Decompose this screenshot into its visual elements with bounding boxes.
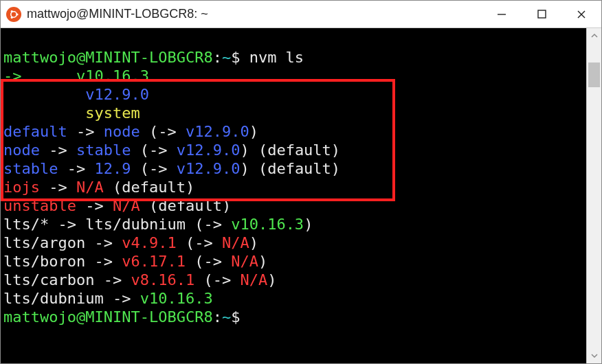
target: lts/dubnium bbox=[85, 216, 186, 233]
resolved: v12.9.0 bbox=[186, 123, 249, 140]
alias-lts-star: lts/* bbox=[3, 216, 49, 233]
paren: (-> bbox=[177, 234, 222, 251]
prompt-symbol: $ bbox=[231, 49, 240, 66]
terminal-area: mattwojo@MININT-LOBGCR8:~$ nvm ls -> v10… bbox=[1, 28, 601, 363]
scroll-up-icon[interactable] bbox=[587, 28, 601, 43]
terminal[interactable]: mattwojo@MININT-LOBGCR8:~$ nvm ls -> v10… bbox=[1, 28, 586, 363]
arrow: -> bbox=[58, 160, 94, 177]
resolved: v12.9.0 bbox=[177, 160, 241, 177]
scroll-track[interactable] bbox=[587, 43, 601, 348]
spacer bbox=[3, 86, 85, 103]
arrow: -> bbox=[85, 253, 122, 270]
close-button[interactable] bbox=[561, 1, 601, 27]
scroll-thumb[interactable] bbox=[588, 62, 600, 87]
paren: ) bbox=[249, 234, 258, 251]
prompt-user: mattwojo@MININT-LOBGCR8 bbox=[3, 49, 213, 66]
prompt-path: ~ bbox=[222, 308, 231, 326]
version-current: v10.16.3 bbox=[76, 67, 149, 84]
alias-stable: stable bbox=[3, 160, 58, 177]
na: N/A bbox=[231, 253, 258, 270]
version: v8.16.1 bbox=[131, 271, 194, 288]
suffix: ) (default) bbox=[240, 141, 340, 159]
target: 12.9 bbox=[94, 160, 131, 177]
suffix: ) (default) bbox=[240, 160, 340, 177]
target: node bbox=[104, 123, 140, 140]
paren: (-> bbox=[140, 123, 186, 140]
paren: (-> bbox=[186, 216, 231, 233]
ubuntu-icon bbox=[6, 7, 21, 22]
prompt-sep: : bbox=[213, 308, 222, 326]
paren: ) bbox=[267, 271, 276, 288]
arrow: -> bbox=[49, 216, 85, 233]
svg-point-3 bbox=[11, 16, 13, 18]
svg-point-2 bbox=[11, 10, 13, 12]
arrow: -> bbox=[104, 290, 140, 307]
alias-node: node bbox=[3, 141, 40, 159]
window-controls bbox=[482, 1, 601, 27]
system-label: system bbox=[85, 104, 140, 122]
prompt-path: ~ bbox=[222, 49, 231, 66]
paren: ) bbox=[258, 253, 267, 270]
suffix: (default) bbox=[140, 197, 231, 214]
arrow: -> bbox=[40, 141, 76, 159]
suffix: (default) bbox=[104, 179, 194, 196]
alias-lts-boron: lts/boron bbox=[3, 253, 85, 270]
paren: (-> bbox=[131, 160, 176, 177]
vertical-scrollbar[interactable] bbox=[586, 28, 601, 363]
na: N/A bbox=[222, 234, 249, 251]
titlebar-left: mattwojo@MININT-LOBGCR8: ~ bbox=[6, 7, 208, 22]
app-window: mattwojo@MININT-LOBGCR8: ~ mattwojo@MINI… bbox=[0, 0, 602, 364]
paren: ) bbox=[304, 216, 313, 233]
paren: ) bbox=[249, 123, 258, 140]
scroll-down-icon[interactable] bbox=[587, 348, 601, 363]
prompt-sep: : bbox=[213, 49, 222, 66]
alias-iojs: iojs bbox=[3, 179, 40, 196]
minimize-button[interactable] bbox=[482, 1, 522, 27]
paren: (-> bbox=[194, 271, 240, 288]
arrow: -> bbox=[76, 197, 113, 214]
command-text bbox=[240, 49, 249, 66]
resolved: v10.16.3 bbox=[231, 216, 304, 233]
na: N/A bbox=[113, 197, 140, 214]
version: v6.17.1 bbox=[122, 253, 186, 270]
arrow: -> bbox=[67, 123, 104, 140]
alias-lts-dubnium: lts/dubnium bbox=[3, 290, 104, 307]
target: stable bbox=[76, 141, 131, 159]
na: N/A bbox=[76, 179, 104, 196]
resolved: v12.9.0 bbox=[177, 141, 241, 159]
alias-default: default bbox=[3, 123, 67, 140]
arrow: -> bbox=[85, 234, 122, 251]
prompt-symbol: $ bbox=[231, 308, 240, 326]
svg-rect-5 bbox=[538, 10, 546, 18]
na: N/A bbox=[240, 271, 267, 288]
alias-lts-argon: lts/argon bbox=[3, 234, 85, 251]
titlebar[interactable]: mattwojo@MININT-LOBGCR8: ~ bbox=[1, 1, 601, 28]
spacer bbox=[22, 67, 76, 84]
version: v10.16.3 bbox=[140, 290, 213, 307]
prompt-user: mattwojo@MININT-LOBGCR8 bbox=[3, 308, 213, 326]
alias-lts-carbon: lts/carbon bbox=[3, 271, 94, 288]
spacer bbox=[3, 104, 85, 122]
paren: (-> bbox=[131, 141, 176, 159]
arrow: -> bbox=[94, 271, 131, 288]
version: v4.9.1 bbox=[122, 234, 176, 251]
current-arrow: -> bbox=[3, 67, 22, 84]
command: nvm ls bbox=[249, 49, 304, 66]
version-12: v12.9.0 bbox=[85, 86, 149, 103]
window-title: mattwojo@MININT-LOBGCR8: ~ bbox=[27, 7, 208, 21]
svg-point-1 bbox=[16, 13, 18, 15]
paren: (-> bbox=[186, 253, 231, 270]
arrow: -> bbox=[40, 179, 76, 196]
alias-unstable: unstable bbox=[3, 197, 76, 214]
maximize-button[interactable] bbox=[522, 1, 561, 27]
